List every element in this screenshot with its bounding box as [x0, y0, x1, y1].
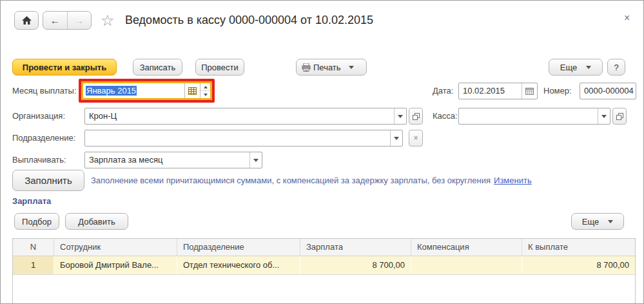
page-title: Ведомость в кассу 0000-000004 от 10.02.2… — [125, 14, 373, 27]
pick-button[interactable]: Подбор — [14, 213, 59, 230]
header-cell-employee: Сотрудник — [54, 239, 177, 256]
cashbox-field[interactable] — [458, 108, 610, 125]
change-link[interactable]: Изменить — [494, 176, 532, 185]
organization-open-button[interactable] — [409, 108, 423, 125]
forward-icon: → — [74, 15, 84, 26]
open-form-icon — [616, 113, 623, 120]
selected-text: Январь 2015 — [86, 86, 137, 96]
home-icon — [22, 16, 32, 25]
organization-field[interactable]: Крон-Ц — [84, 108, 407, 125]
date-field[interactable]: 10.02.2015 — [458, 83, 538, 99]
fill-note-row: Заполнение всеми причитающимися суммами,… — [91, 170, 532, 191]
month-field[interactable]: Январь 2015 — [81, 81, 212, 100]
clear-x-icon: × — [413, 134, 418, 143]
cell-to-pay[interactable]: 8 700,00 — [522, 256, 635, 274]
post-and-close-button[interactable]: Провести и закрыть — [12, 59, 117, 76]
cashbox-open-button[interactable] — [612, 108, 627, 125]
more-dropdown-icon — [586, 66, 591, 69]
organization-label: Организация: — [12, 108, 65, 125]
spinner-down-icon — [204, 94, 208, 96]
date-picker-button[interactable] — [522, 83, 537, 99]
spinner-down-button[interactable] — [200, 91, 210, 98]
history-nav-group: ← → — [43, 11, 92, 30]
spinner-up-button[interactable] — [200, 83, 210, 91]
organization-dropdown-button[interactable] — [394, 108, 406, 124]
more-dropdown-icon — [608, 220, 613, 223]
print-button[interactable]: Печать — [296, 59, 367, 76]
calendar-icon — [525, 87, 534, 95]
number-label: Номер: — [543, 83, 572, 99]
month-spinner — [200, 83, 210, 98]
post-button[interactable]: Провести — [195, 59, 244, 76]
back-icon: ← — [50, 15, 60, 26]
more-button-table[interactable]: Еще — [571, 213, 624, 230]
number-value[interactable]: 0000-000004 — [580, 83, 636, 99]
calendar-grid-icon — [188, 87, 197, 95]
fill-description: Заполнение всеми причитающимися суммами,… — [91, 176, 491, 185]
department-label: Подразделение: — [12, 130, 75, 147]
cell-department[interactable]: Отдел технического об... — [177, 256, 300, 274]
annotation-highlight: Январь 2015 — [79, 79, 215, 103]
date-label: Дата: — [433, 83, 453, 99]
chevron-down-icon — [398, 115, 403, 118]
department-clear-button[interactable]: × — [409, 130, 423, 147]
organization-value[interactable]: Крон-Ц — [85, 108, 394, 124]
close-icon[interactable]: × — [624, 12, 630, 24]
header-cell-to-pay: К выплате — [522, 239, 635, 256]
payout-label: Выплачивать: — [12, 152, 66, 168]
department-value[interactable] — [85, 130, 390, 146]
back-button[interactable]: ← — [43, 12, 68, 29]
salary-section-title: Зарплата — [12, 196, 51, 206]
cashbox-value[interactable] — [459, 108, 598, 124]
cell-employee[interactable]: Боровой Дмитрий Вале... — [54, 256, 177, 274]
cashbox-dropdown-button[interactable] — [598, 108, 610, 124]
month-value[interactable]: Январь 2015 — [83, 83, 184, 98]
chevron-down-icon — [394, 137, 399, 140]
write-button[interactable]: Записать — [133, 59, 182, 76]
print-label: Печать — [313, 63, 341, 72]
table-header-row: N Сотрудник Подразделение Зарплата Компе… — [13, 239, 635, 256]
favorite-star-icon[interactable]: ☆ — [101, 12, 115, 29]
help-button[interactable]: ? — [607, 59, 625, 76]
document-window: ← → ☆ Ведомость в кассу 0000-000004 от 1… — [0, 0, 644, 304]
cashbox-label: Касса: — [433, 108, 458, 125]
spinner-up-icon — [204, 86, 208, 88]
header-cell-department: Подразделение — [177, 239, 300, 256]
cell-salary[interactable]: 8 700,00 — [300, 256, 411, 274]
payout-dropdown-button[interactable] — [249, 152, 262, 168]
salary-table: N Сотрудник Подразделение Зарплата Компе… — [12, 238, 636, 304]
month-label: Месяц выплаты: — [12, 83, 77, 99]
more-label: Еще — [560, 63, 577, 72]
add-button[interactable]: Добавить — [65, 213, 128, 230]
department-field[interactable] — [84, 130, 403, 147]
department-dropdown-button[interactable] — [390, 130, 402, 146]
payout-field[interactable]: Зарплата за месяц — [84, 152, 262, 168]
header-cell-n: N — [13, 239, 54, 256]
home-button[interactable] — [14, 11, 39, 30]
month-picker-button[interactable] — [184, 83, 200, 98]
number-field[interactable]: 0000-000004 — [580, 83, 636, 99]
print-dropdown-icon — [349, 66, 354, 69]
payout-value[interactable]: Зарплата за месяц — [85, 152, 249, 168]
chevron-down-icon — [253, 159, 259, 162]
more-label: Еще — [582, 217, 599, 227]
open-form-icon — [413, 113, 420, 120]
header-cell-salary: Зарплата — [300, 239, 411, 256]
cell-compensation[interactable] — [411, 256, 522, 274]
fill-button[interactable]: Заполнить — [12, 170, 84, 191]
date-value[interactable]: 10.02.2015 — [459, 83, 522, 99]
cell-n[interactable]: 1 — [13, 256, 54, 274]
forward-button: → — [68, 12, 92, 29]
table-row[interactable]: 1 Боровой Дмитрий Вале... Отдел техничес… — [13, 256, 635, 275]
header-cell-compensation: Компенсация — [411, 239, 522, 256]
more-button-top[interactable]: Еще — [549, 59, 603, 76]
chevron-down-icon — [601, 115, 607, 118]
printer-icon — [302, 63, 311, 72]
